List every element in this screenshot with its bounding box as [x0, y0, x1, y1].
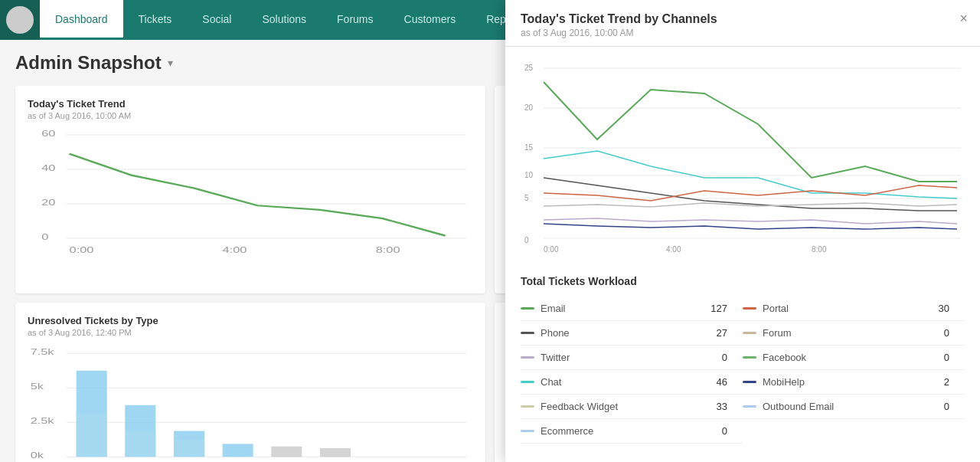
workload-portal-value: 30 — [926, 303, 949, 314]
workload-chat-label: Chat — [541, 376, 704, 388]
svg-text:15: 15 — [524, 143, 534, 152]
workload-forum: Forum 0 — [743, 321, 965, 346]
workload-facebook-icon — [743, 356, 756, 359]
dropdown-arrow-icon[interactable]: ▾ — [168, 57, 173, 69]
card-unresolved-type-subtitle: as of 3 Aug 2016, 12:40 PM — [28, 328, 473, 337]
workload-twitter: Twitter 0 — [521, 346, 743, 370]
tab-social[interactable]: Social — [187, 0, 247, 40]
workload-feedback-label: Feedback Widget — [541, 401, 704, 412]
svg-text:4:00: 4:00 — [666, 245, 681, 254]
svg-text:0:00: 0:00 — [544, 245, 559, 254]
workload-facebook-value: 0 — [926, 352, 949, 363]
page-title: Admin Snapshot — [15, 52, 162, 74]
svg-text:8:00: 8:00 — [812, 245, 827, 254]
svg-text:5: 5 — [524, 194, 529, 202]
nav-avatar — [0, 0, 40, 40]
unresolved-type-chart: 7.5k 5k 2.5k 0k — [28, 345, 473, 462]
tab-dashboard[interactable]: Dashboard — [40, 0, 123, 40]
workload-email-value: 127 — [704, 303, 727, 314]
workload-mobihelp: MobiHelp 2 — [743, 370, 965, 395]
svg-text:0: 0 — [41, 233, 49, 241]
workload-mobihelp-value: 2 — [926, 376, 949, 388]
workload-chat-icon — [521, 381, 534, 383]
workload-forum-icon — [743, 332, 756, 334]
workload-portal-icon — [743, 307, 756, 310]
workload-twitter-value: 0 — [704, 352, 727, 363]
workload-mobihelp-label: MobiHelp — [763, 376, 926, 388]
workload-facebook: Facebook 0 — [743, 346, 965, 370]
workload-facebook-label: Facebook — [763, 352, 926, 363]
svg-text:0: 0 — [524, 236, 529, 244]
svg-rect-36 — [77, 414, 107, 457]
svg-text:0k: 0k — [31, 452, 44, 460]
card-unresolved-type-title: Unresolved Tickets by Type — [28, 315, 473, 326]
workload-ecommerce-label: Ecommerce — [541, 425, 704, 437]
workload-email-label: Email — [541, 303, 704, 314]
overlay-header: Today's Ticket Trend by Channels as of 3… — [505, 0, 980, 47]
svg-rect-40 — [174, 440, 204, 457]
workload-outbound-icon — [743, 405, 756, 408]
svg-text:20: 20 — [524, 103, 534, 112]
workload-chat-value: 46 — [704, 376, 727, 388]
card-unresolved-type: Unresolved Tickets by Type as of 3 Aug 2… — [15, 303, 485, 462]
workload-email: Email 127 — [521, 297, 743, 321]
svg-rect-43 — [320, 448, 351, 457]
svg-text:25: 25 — [524, 64, 534, 72]
svg-text:8:00: 8:00 — [376, 246, 400, 254]
overlay-chart-area: 25 20 15 10 5 0 0:00 4:00 8:00 — [505, 47, 980, 267]
svg-rect-38 — [125, 431, 155, 457]
svg-text:10: 10 — [524, 171, 534, 179]
workload-feedback-icon — [521, 405, 534, 408]
card-ticket-trend-title: Today's Ticket Trend — [28, 98, 473, 110]
workload-phone-icon — [521, 332, 534, 334]
workload-chat: Chat 46 — [521, 370, 743, 395]
workload-ecommerce-value: 0 — [704, 425, 727, 437]
workload-outbound: Outbound Email 0 — [743, 395, 965, 419]
workload-ecommerce-icon — [521, 430, 534, 432]
workload-forum-label: Forum — [763, 327, 926, 339]
workload-grid: Email 127 Portal 30 Phone 27 Forum 0 Twi… — [521, 297, 965, 444]
workload-twitter-label: Twitter — [541, 352, 704, 363]
workload-title: Total Tickets Workload — [521, 275, 965, 287]
tab-customers[interactable]: Customers — [389, 0, 472, 40]
svg-text:0:00: 0:00 — [70, 246, 94, 254]
avatar — [6, 6, 34, 34]
workload-mobihelp-icon — [743, 381, 756, 383]
tab-tickets[interactable]: Tickets — [123, 0, 188, 40]
workload-portal: Portal 30 — [743, 297, 965, 321]
overlay-panel: Today's Ticket Trend by Channels as of 3… — [505, 0, 980, 462]
workload-section: Total Tickets Workload Email 127 Portal … — [505, 267, 980, 456]
workload-phone-value: 27 — [704, 327, 727, 339]
tab-solutions[interactable]: Solutions — [247, 0, 322, 40]
svg-text:20: 20 — [41, 198, 56, 207]
card-ticket-trend-subtitle: as of 3 Aug 2016, 10:00 AM — [28, 111, 473, 120]
overlay-close-button[interactable]: × — [959, 11, 968, 27]
svg-text:7.5k: 7.5k — [31, 349, 54, 357]
ticket-trend-chart: 60 40 20 0 0:00 4:00 8:00 — [28, 128, 473, 266]
svg-text:4:00: 4:00 — [223, 246, 247, 254]
overlay-title: Today's Ticket Trend by Channels — [521, 12, 965, 26]
workload-forum-value: 0 — [926, 327, 949, 339]
overlay-subtitle: as of 3 Aug 2016, 10:00 AM — [521, 28, 965, 38]
svg-text:40: 40 — [41, 164, 56, 172]
workload-outbound-label: Outbound Email — [763, 401, 926, 412]
tab-forums[interactable]: Forums — [322, 0, 388, 40]
svg-text:2.5k: 2.5k — [31, 418, 54, 426]
svg-text:5k: 5k — [31, 383, 44, 392]
workload-phone-label: Phone — [541, 327, 704, 339]
workload-ecommerce: Ecommerce 0 — [521, 419, 743, 444]
workload-outbound-value: 0 — [926, 401, 949, 412]
svg-rect-41 — [223, 444, 253, 457]
workload-feedback: Feedback Widget 33 — [521, 395, 743, 419]
workload-feedback-value: 33 — [704, 401, 727, 412]
svg-text:60: 60 — [41, 129, 56, 138]
card-ticket-trend: Today's Ticket Trend as of 3 Aug 2016, 1… — [15, 86, 485, 293]
workload-portal-label: Portal — [763, 303, 926, 314]
workload-email-icon — [521, 307, 534, 310]
svg-rect-42 — [271, 447, 302, 457]
workload-phone: Phone 27 — [521, 321, 743, 346]
workload-twitter-icon — [521, 356, 534, 359]
